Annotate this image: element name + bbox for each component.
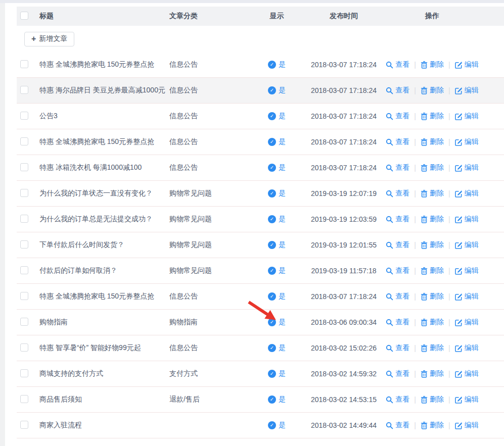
delete-button[interactable]: 删除 — [421, 395, 444, 404]
row-checkbox[interactable] — [20, 318, 28, 326]
view-button[interactable]: 查看 — [386, 266, 409, 275]
delete-button[interactable]: 删除 — [421, 266, 444, 275]
table-row: 特惠 全城沸腾抢家电 150元券整点抢 信息公告 ✓ 是 2018-03-07 … — [17, 129, 504, 155]
row-checkbox[interactable] — [20, 112, 28, 120]
edit-button[interactable]: 编辑 — [455, 318, 479, 327]
view-button[interactable]: 查看 — [386, 215, 409, 224]
view-button[interactable]: 查看 — [386, 86, 409, 95]
row-checkbox[interactable] — [20, 266, 28, 274]
row-category: 购物指南 — [167, 318, 255, 327]
edit-button[interactable]: 编辑 — [455, 215, 479, 224]
check-circle-icon: ✓ — [268, 370, 276, 378]
view-button[interactable]: 查看 — [386, 240, 409, 250]
edit-button[interactable]: 编辑 — [455, 60, 479, 69]
edit-button[interactable]: 编辑 — [455, 163, 479, 172]
edit-button[interactable]: 编辑 — [455, 266, 479, 275]
action-divider: | — [414, 395, 416, 404]
view-button[interactable]: 查看 — [386, 60, 409, 69]
trash-icon — [421, 319, 428, 326]
row-display-cell: ✓ 是 — [255, 292, 298, 301]
edit-button[interactable]: 编辑 — [455, 369, 479, 378]
action-divider: | — [448, 86, 450, 94]
search-icon — [386, 422, 393, 429]
row-checkbox[interactable] — [20, 189, 28, 197]
delete-button[interactable]: 删除 — [421, 163, 444, 172]
edit-label: 编辑 — [465, 343, 479, 353]
row-checkbox[interactable] — [20, 215, 28, 223]
row-checkbox[interactable] — [20, 292, 28, 300]
view-button[interactable]: 查看 — [386, 292, 409, 301]
view-label: 查看 — [395, 395, 409, 404]
display-yes-label: 是 — [279, 60, 286, 69]
check-circle-icon: ✓ — [268, 292, 276, 301]
delete-button[interactable]: 删除 — [421, 343, 444, 353]
delete-button[interactable]: 删除 — [421, 292, 444, 301]
delete-label: 删除 — [430, 137, 444, 146]
edit-icon — [455, 293, 463, 301]
row-checkbox[interactable] — [20, 421, 28, 429]
edit-button[interactable]: 编辑 — [455, 137, 479, 146]
action-divider: | — [448, 267, 450, 275]
delete-button[interactable]: 删除 — [421, 240, 444, 250]
delete-button[interactable]: 删除 — [421, 421, 444, 430]
view-button[interactable]: 查看 — [386, 137, 409, 146]
row-checkbox[interactable] — [20, 86, 28, 94]
row-time: 2019-03-19 12:01:55 — [298, 241, 389, 249]
row-time: 2018-03-07 17:18:24 — [298, 112, 389, 120]
row-checkbox[interactable] — [20, 343, 28, 352]
view-button[interactable]: 查看 — [386, 112, 409, 121]
delete-button[interactable]: 删除 — [421, 112, 444, 121]
row-checkbox[interactable] — [20, 137, 28, 145]
edit-button[interactable]: 编辑 — [455, 112, 479, 121]
delete-button[interactable]: 删除 — [421, 86, 444, 95]
view-button[interactable]: 查看 — [386, 421, 409, 430]
view-button[interactable]: 查看 — [386, 369, 409, 378]
edit-button[interactable]: 编辑 — [455, 343, 479, 353]
view-button[interactable]: 查看 — [386, 343, 409, 353]
table-row: 商品售后须知 退款/售后 ✓ 是 2018-03-02 14:53:15 查看 … — [17, 387, 504, 413]
edit-button[interactable]: 编辑 — [455, 292, 479, 301]
row-checkbox[interactable] — [20, 60, 28, 68]
table-row: 特惠 智享暑“价” 智能好物99元起 信息公告 ✓ 是 2018-03-02 1… — [17, 335, 504, 361]
trash-icon — [421, 164, 428, 172]
edit-button[interactable]: 编辑 — [455, 189, 479, 198]
search-icon — [386, 241, 393, 249]
view-button[interactable]: 查看 — [386, 318, 409, 327]
edit-button[interactable]: 编辑 — [455, 421, 479, 430]
edit-button[interactable]: 编辑 — [455, 240, 479, 250]
delete-button[interactable]: 删除 — [421, 215, 444, 224]
row-checkbox-cell — [17, 86, 36, 95]
delete-button[interactable]: 删除 — [421, 189, 444, 198]
view-button[interactable]: 查看 — [386, 163, 409, 172]
row-checkbox-cell — [17, 343, 36, 353]
row-actions-cell: 查看 | 删除 | 编辑 — [389, 395, 504, 404]
delete-button[interactable]: 删除 — [421, 137, 444, 146]
edit-label: 编辑 — [465, 163, 479, 172]
action-divider: | — [414, 164, 416, 172]
check-circle-icon: ✓ — [268, 267, 276, 275]
edit-button[interactable]: 编辑 — [455, 395, 479, 404]
check-circle-icon: ✓ — [268, 164, 276, 172]
row-checkbox[interactable] — [20, 240, 28, 249]
row-checkbox[interactable] — [20, 163, 28, 171]
view-button[interactable]: 查看 — [386, 189, 409, 198]
add-article-button[interactable]: + 新增文章 — [24, 32, 74, 46]
select-all-checkbox[interactable] — [20, 12, 28, 20]
table-row: 为什么我的订单状态一直没有变化？ 购物常见问题 ✓ 是 2019-03-19 1… — [17, 181, 504, 207]
row-display-cell: ✓ 是 — [255, 112, 298, 121]
header-category: 文章分类 — [167, 12, 255, 21]
delete-button[interactable]: 删除 — [421, 318, 444, 327]
delete-button[interactable]: 删除 — [421, 369, 444, 378]
row-title: 特惠 全城沸腾抢家电 150元券整点抢 — [36, 292, 167, 301]
row-checkbox[interactable] — [20, 395, 28, 403]
edit-button[interactable]: 编辑 — [455, 86, 479, 95]
row-display-cell: ✓ 是 — [255, 137, 298, 146]
row-category: 信息公告 — [167, 163, 255, 172]
row-checkbox[interactable] — [20, 369, 28, 377]
delete-button[interactable]: 删除 — [421, 60, 444, 69]
row-title: 为什么我的订单状态一直没有变化？ — [36, 189, 167, 198]
edit-icon — [455, 61, 463, 69]
display-yes-label: 是 — [279, 86, 286, 95]
view-button[interactable]: 查看 — [386, 395, 409, 404]
edit-label: 编辑 — [465, 266, 479, 275]
